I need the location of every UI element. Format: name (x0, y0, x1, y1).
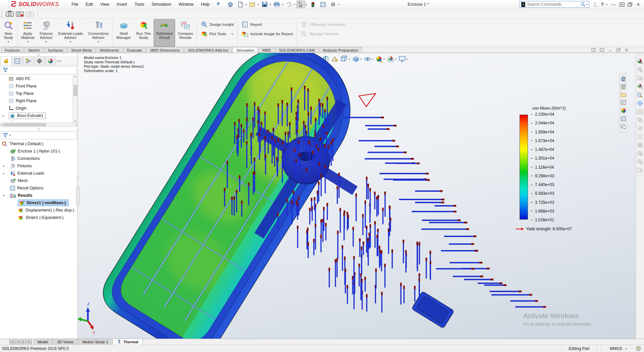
viewport-close-button[interactable] (625, 48, 629, 52)
tab-scroll-right-icon[interactable]: ▸ (60, 59, 61, 62)
screen-capture-icon[interactable] (6, 10, 14, 17)
simulation-tree-filter[interactable]: ▾ (1, 131, 76, 139)
panel-splitter-top[interactable] (0, 53, 77, 56)
connections-advisor-button[interactable]: Connections Advisor ▾ (86, 19, 111, 47)
expand-icon[interactable]: ▸ (3, 172, 4, 175)
tab-features[interactable]: Features (1, 47, 23, 53)
pin-menubar-icon[interactable] (216, 2, 221, 7)
previous-tab-button[interactable]: ◄ (15, 340, 20, 344)
tab-mbd[interactable]: MBD (259, 47, 275, 53)
sim-item-result-options[interactable]: Result Options (0, 184, 77, 192)
tab-solidworks-add-ins[interactable]: SOLIDWORKS Add-Ins (184, 47, 232, 53)
minimize-button[interactable]: — (610, 2, 616, 7)
tab-3d-views[interactable]: 3D Views (53, 339, 78, 345)
tab-surfaces[interactable]: Surfaces (44, 47, 67, 53)
sim-item-results[interactable]: ▾ Results (0, 192, 77, 199)
edit-appearance-tool-icon[interactable] (637, 58, 643, 64)
search-caret-icon[interactable]: ▾ (586, 3, 588, 6)
new-document-button[interactable] (236, 1, 245, 8)
file-explorer-icon[interactable] (621, 92, 626, 97)
tree-item-origin[interactable]: Origin (0, 105, 72, 112)
save-caret-icon[interactable]: ▾ (270, 3, 271, 6)
scroll-down-icon[interactable]: ▼ (74, 120, 76, 122)
tab-mbd-dimensions[interactable]: MBD Dimensions (146, 47, 183, 53)
open-button[interactable] (248, 1, 257, 8)
print-caret-icon[interactable]: ▾ (282, 3, 283, 6)
menu-edit[interactable]: Edit (82, 1, 97, 8)
menu-insert[interactable]: Insert (113, 1, 131, 8)
edit-decal-icon[interactable] (637, 92, 643, 98)
sim-item-mesh[interactable]: Mesh (0, 177, 77, 184)
last-tab-button[interactable]: ► (26, 340, 32, 344)
toolbar-grip[interactable] (1, 10, 3, 17)
settings-gear-button[interactable] (329, 1, 337, 8)
sim-item-connections[interactable]: Connections (0, 155, 77, 162)
tree-item-top-plane[interactable]: Top Plane (0, 90, 72, 97)
custom-properties-icon[interactable] (621, 116, 626, 121)
feature-tree-horizontal-scrollbar[interactable]: ◂ ▸ (0, 122, 77, 127)
next-tab-button[interactable]: ► (21, 340, 26, 344)
include-image-for-report-button[interactable]: Include Image for Report (241, 31, 293, 37)
tab-weldments[interactable]: Weldments (96, 47, 122, 53)
tab-simulation[interactable]: Simulation (232, 47, 258, 53)
panel-splitter-grip-dot[interactable] (76, 176, 79, 179)
appearances-scenes-icon[interactable] (621, 108, 626, 113)
external-loads-caret-icon[interactable]: ▾ (70, 40, 71, 44)
tab-solidworks-cam[interactable]: SOLIDWORKS CAM (275, 47, 319, 53)
3d-content-central-icon[interactable] (636, 346, 644, 351)
menu-simulation[interactable]: Simulation (148, 1, 175, 8)
solidworks-resources-icon[interactable] (621, 76, 626, 81)
user-account-icon[interactable] (592, 2, 598, 7)
menu-window[interactable]: Window (175, 1, 197, 8)
restore-window-button[interactable] (628, 2, 632, 7)
solidworks-forum-icon[interactable] (621, 124, 626, 129)
help-button[interactable]: ? (601, 2, 604, 7)
menu-help[interactable]: Help (197, 1, 213, 8)
apply-material-button[interactable]: Apply Material ▾ (18, 19, 37, 47)
tab-scroll-left-icon[interactable]: ◂ (57, 59, 58, 62)
record-video-icon[interactable] (16, 10, 24, 17)
help-caret-icon[interactable]: ▾ (606, 3, 607, 6)
sim-item-study[interactable]: Thermal (-Default-) (0, 140, 77, 148)
settings-caret-icon[interactable]: ▾ (338, 3, 339, 6)
target-point-icon[interactable] (637, 100, 643, 106)
scroll-up-icon[interactable]: ▲ (74, 75, 76, 77)
filter-caret-icon[interactable]: ▾ (9, 134, 10, 137)
sim-item-part[interactable]: Enclose 1 (-Nylon 101-) (0, 148, 77, 155)
collapse-icon[interactable]: ▾ (3, 194, 4, 197)
selected-feature-box[interactable]: Boss-Extrude1 (9, 113, 46, 119)
save-button[interactable] (260, 1, 269, 8)
new-study-caret-icon[interactable]: ▾ (8, 40, 9, 44)
sim-item-displacement1[interactable]: u Displacement1 (-Res disp-) (0, 207, 77, 214)
dimxpert-manager-tab[interactable] (34, 56, 45, 65)
pane-left-button[interactable] (591, 48, 596, 52)
tab-evaluate[interactable]: Evaluate (123, 47, 146, 53)
new-study-button[interactable]: New Study ▾ (1, 19, 16, 47)
open-caret-icon[interactable]: ▾ (258, 3, 259, 6)
tree-item-front-plane[interactable]: Front Plane (0, 82, 72, 90)
compare-results-button[interactable]: ? Compare Results (175, 19, 196, 47)
fixtures-advisor-caret-icon[interactable]: ▾ (46, 40, 47, 44)
tree-item-boss-extrude1[interactable]: ▸ Boss-Extrude1 (0, 112, 72, 119)
viewport-minimize-button[interactable] (608, 48, 612, 52)
hscroll-thumb[interactable] (3, 123, 46, 126)
plot-tools-caret-icon[interactable]: ▾ (231, 33, 233, 36)
graphics-viewport[interactable]: Model name:Enclose 1 Study name:Thermal(… (78, 53, 636, 339)
edit-scene-icon[interactable] (637, 83, 643, 89)
print-button[interactable] (272, 1, 281, 8)
select-caret-icon[interactable]: ▾ (306, 3, 307, 6)
plot-tools-button[interactable]: Plot Tools ▾ (201, 31, 234, 37)
pane-right-button[interactable] (600, 48, 604, 52)
legend-colorbar[interactable] (520, 115, 528, 220)
display-manager-tab[interactable] (45, 56, 56, 65)
deformed-result-button[interactable]: Deformed Result (154, 19, 175, 47)
search-icon[interactable] (581, 2, 585, 7)
expand-icon[interactable]: ▸ (3, 114, 4, 117)
sim-item-strain1[interactable]: ε Strain1 (-Equivalent-) (0, 214, 77, 221)
undo-caret-icon[interactable]: ▾ (294, 3, 295, 6)
tab-motion-study-1[interactable]: Motion Study 1 (78, 339, 113, 345)
configuration-manager-tab[interactable] (23, 56, 34, 65)
feature-tree-filter[interactable] (1, 66, 76, 74)
search-commands-input[interactable] (527, 2, 579, 7)
tab-sketch[interactable]: Sketch (24, 47, 43, 53)
